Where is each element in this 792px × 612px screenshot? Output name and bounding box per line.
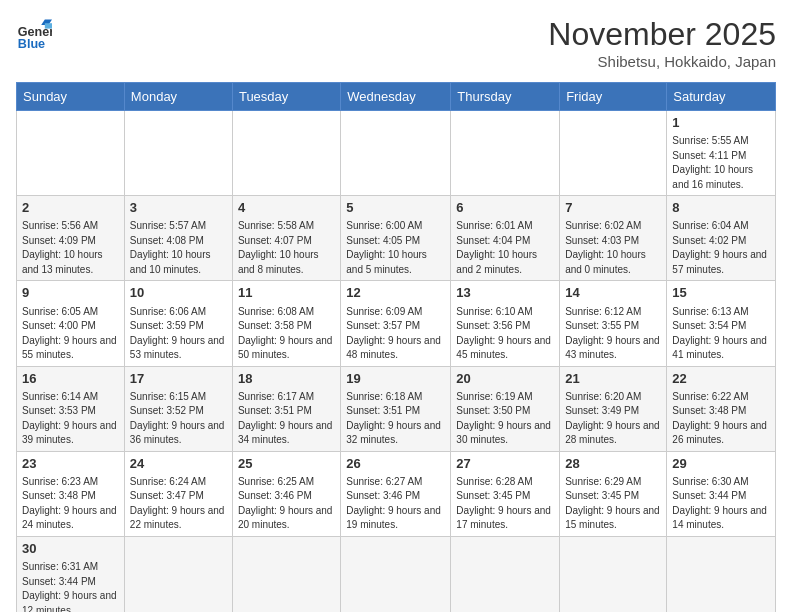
week-row-2: 9Sunrise: 6:05 AM Sunset: 4:00 PM Daylig… xyxy=(17,281,776,366)
calendar-cell xyxy=(560,536,667,612)
day-info: Sunrise: 6:01 AM Sunset: 4:04 PM Dayligh… xyxy=(456,219,554,277)
calendar-cell: 5Sunrise: 6:00 AM Sunset: 4:05 PM Daylig… xyxy=(341,196,451,281)
day-number: 15 xyxy=(672,284,770,302)
calendar-cell xyxy=(124,536,232,612)
day-info: Sunrise: 5:55 AM Sunset: 4:11 PM Dayligh… xyxy=(672,134,770,192)
day-number: 21 xyxy=(565,370,661,388)
calendar-cell: 15Sunrise: 6:13 AM Sunset: 3:54 PM Dayli… xyxy=(667,281,776,366)
day-number: 17 xyxy=(130,370,227,388)
calendar-cell: 25Sunrise: 6:25 AM Sunset: 3:46 PM Dayli… xyxy=(232,451,340,536)
week-row-1: 2Sunrise: 5:56 AM Sunset: 4:09 PM Daylig… xyxy=(17,196,776,281)
calendar-cell xyxy=(341,536,451,612)
calendar-cell xyxy=(341,111,451,196)
day-info: Sunrise: 6:06 AM Sunset: 3:59 PM Dayligh… xyxy=(130,305,227,363)
calendar-cell: 8Sunrise: 6:04 AM Sunset: 4:02 PM Daylig… xyxy=(667,196,776,281)
day-info: Sunrise: 6:15 AM Sunset: 3:52 PM Dayligh… xyxy=(130,390,227,448)
week-row-5: 30Sunrise: 6:31 AM Sunset: 3:44 PM Dayli… xyxy=(17,536,776,612)
calendar-cell: 2Sunrise: 5:56 AM Sunset: 4:09 PM Daylig… xyxy=(17,196,125,281)
calendar-cell: 19Sunrise: 6:18 AM Sunset: 3:51 PM Dayli… xyxy=(341,366,451,451)
week-row-3: 16Sunrise: 6:14 AM Sunset: 3:53 PM Dayli… xyxy=(17,366,776,451)
calendar-cell: 1Sunrise: 5:55 AM Sunset: 4:11 PM Daylig… xyxy=(667,111,776,196)
day-number: 25 xyxy=(238,455,335,473)
calendar-cell: 3Sunrise: 5:57 AM Sunset: 4:08 PM Daylig… xyxy=(124,196,232,281)
day-number: 26 xyxy=(346,455,445,473)
day-number: 14 xyxy=(565,284,661,302)
calendar-cell: 23Sunrise: 6:23 AM Sunset: 3:48 PM Dayli… xyxy=(17,451,125,536)
day-info: Sunrise: 6:22 AM Sunset: 3:48 PM Dayligh… xyxy=(672,390,770,448)
day-number: 16 xyxy=(22,370,119,388)
day-info: Sunrise: 6:18 AM Sunset: 3:51 PM Dayligh… xyxy=(346,390,445,448)
day-info: Sunrise: 6:25 AM Sunset: 3:46 PM Dayligh… xyxy=(238,475,335,533)
day-number: 30 xyxy=(22,540,119,558)
calendar-cell: 17Sunrise: 6:15 AM Sunset: 3:52 PM Dayli… xyxy=(124,366,232,451)
day-info: Sunrise: 5:57 AM Sunset: 4:08 PM Dayligh… xyxy=(130,219,227,277)
calendar-cell: 14Sunrise: 6:12 AM Sunset: 3:55 PM Dayli… xyxy=(560,281,667,366)
day-number: 1 xyxy=(672,114,770,132)
calendar-cell xyxy=(560,111,667,196)
day-info: Sunrise: 6:17 AM Sunset: 3:51 PM Dayligh… xyxy=(238,390,335,448)
calendar-cell xyxy=(667,536,776,612)
day-number: 9 xyxy=(22,284,119,302)
calendar-cell: 9Sunrise: 6:05 AM Sunset: 4:00 PM Daylig… xyxy=(17,281,125,366)
calendar-cell: 10Sunrise: 6:06 AM Sunset: 3:59 PM Dayli… xyxy=(124,281,232,366)
day-number: 10 xyxy=(130,284,227,302)
day-info: Sunrise: 6:31 AM Sunset: 3:44 PM Dayligh… xyxy=(22,560,119,612)
day-info: Sunrise: 6:30 AM Sunset: 3:44 PM Dayligh… xyxy=(672,475,770,533)
logo-icon: General Blue xyxy=(16,16,52,52)
calendar-cell: 11Sunrise: 6:08 AM Sunset: 3:58 PM Dayli… xyxy=(232,281,340,366)
day-info: Sunrise: 6:02 AM Sunset: 4:03 PM Dayligh… xyxy=(565,219,661,277)
day-info: Sunrise: 6:27 AM Sunset: 3:46 PM Dayligh… xyxy=(346,475,445,533)
calendar-cell xyxy=(451,111,560,196)
day-info: Sunrise: 6:10 AM Sunset: 3:56 PM Dayligh… xyxy=(456,305,554,363)
calendar-cell: 28Sunrise: 6:29 AM Sunset: 3:45 PM Dayli… xyxy=(560,451,667,536)
weekday-header-thursday: Thursday xyxy=(451,83,560,111)
calendar-cell: 12Sunrise: 6:09 AM Sunset: 3:57 PM Dayli… xyxy=(341,281,451,366)
calendar-cell xyxy=(232,111,340,196)
calendar-cell xyxy=(124,111,232,196)
day-info: Sunrise: 6:23 AM Sunset: 3:48 PM Dayligh… xyxy=(22,475,119,533)
day-number: 19 xyxy=(346,370,445,388)
calendar-cell: 18Sunrise: 6:17 AM Sunset: 3:51 PM Dayli… xyxy=(232,366,340,451)
calendar-cell: 26Sunrise: 6:27 AM Sunset: 3:46 PM Dayli… xyxy=(341,451,451,536)
weekday-header-saturday: Saturday xyxy=(667,83,776,111)
logo: General Blue xyxy=(16,16,52,52)
calendar-cell: 4Sunrise: 5:58 AM Sunset: 4:07 PM Daylig… xyxy=(232,196,340,281)
header: General Blue November 2025 Shibetsu, Hok… xyxy=(16,16,776,70)
calendar-cell: 16Sunrise: 6:14 AM Sunset: 3:53 PM Dayli… xyxy=(17,366,125,451)
day-number: 28 xyxy=(565,455,661,473)
day-number: 24 xyxy=(130,455,227,473)
calendar-cell: 22Sunrise: 6:22 AM Sunset: 3:48 PM Dayli… xyxy=(667,366,776,451)
svg-text:Blue: Blue xyxy=(18,37,45,51)
calendar-cell xyxy=(17,111,125,196)
day-info: Sunrise: 6:13 AM Sunset: 3:54 PM Dayligh… xyxy=(672,305,770,363)
weekday-header-monday: Monday xyxy=(124,83,232,111)
calendar-cell xyxy=(232,536,340,612)
day-info: Sunrise: 5:58 AM Sunset: 4:07 PM Dayligh… xyxy=(238,219,335,277)
day-number: 27 xyxy=(456,455,554,473)
calendar-cell: 29Sunrise: 6:30 AM Sunset: 3:44 PM Dayli… xyxy=(667,451,776,536)
day-number: 6 xyxy=(456,199,554,217)
day-number: 5 xyxy=(346,199,445,217)
week-row-4: 23Sunrise: 6:23 AM Sunset: 3:48 PM Dayli… xyxy=(17,451,776,536)
calendar-cell xyxy=(451,536,560,612)
day-number: 11 xyxy=(238,284,335,302)
day-number: 8 xyxy=(672,199,770,217)
day-info: Sunrise: 6:20 AM Sunset: 3:49 PM Dayligh… xyxy=(565,390,661,448)
day-info: Sunrise: 6:14 AM Sunset: 3:53 PM Dayligh… xyxy=(22,390,119,448)
day-info: Sunrise: 6:29 AM Sunset: 3:45 PM Dayligh… xyxy=(565,475,661,533)
day-info: Sunrise: 6:12 AM Sunset: 3:55 PM Dayligh… xyxy=(565,305,661,363)
weekday-header-wednesday: Wednesday xyxy=(341,83,451,111)
day-info: Sunrise: 6:05 AM Sunset: 4:00 PM Dayligh… xyxy=(22,305,119,363)
day-info: Sunrise: 6:08 AM Sunset: 3:58 PM Dayligh… xyxy=(238,305,335,363)
day-info: Sunrise: 6:19 AM Sunset: 3:50 PM Dayligh… xyxy=(456,390,554,448)
day-info: Sunrise: 6:09 AM Sunset: 3:57 PM Dayligh… xyxy=(346,305,445,363)
calendar-cell: 21Sunrise: 6:20 AM Sunset: 3:49 PM Dayli… xyxy=(560,366,667,451)
day-number: 22 xyxy=(672,370,770,388)
svg-marker-3 xyxy=(45,23,52,28)
weekday-header-sunday: Sunday xyxy=(17,83,125,111)
day-number: 23 xyxy=(22,455,119,473)
weekday-header-row: SundayMondayTuesdayWednesdayThursdayFrid… xyxy=(17,83,776,111)
day-number: 12 xyxy=(346,284,445,302)
day-info: Sunrise: 5:56 AM Sunset: 4:09 PM Dayligh… xyxy=(22,219,119,277)
day-number: 29 xyxy=(672,455,770,473)
